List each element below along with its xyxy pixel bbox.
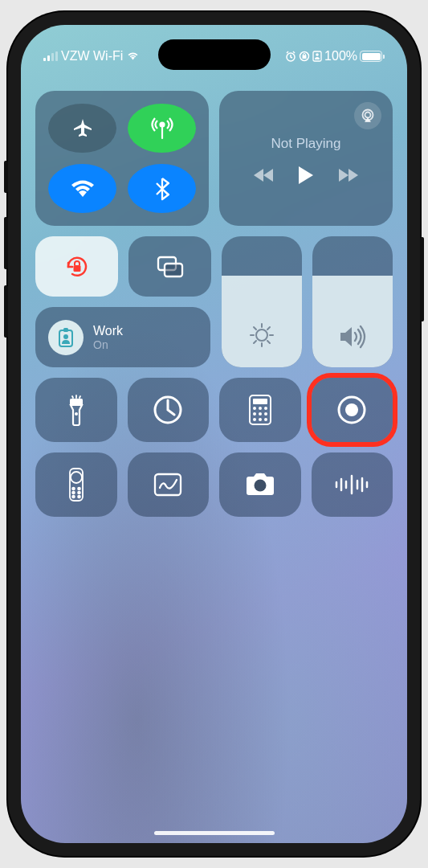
focus-icon-wrap	[48, 320, 84, 355]
battery-label: 100%	[324, 49, 357, 63]
volume-down-button	[4, 285, 8, 338]
airplay-icon	[360, 108, 376, 123]
svg-point-23	[264, 407, 267, 410]
svg-point-14	[63, 334, 68, 339]
svg-rect-13	[63, 328, 68, 332]
svg-point-31	[345, 403, 358, 416]
bluetooth-icon	[155, 177, 169, 201]
focus-status: On	[93, 338, 123, 351]
signal-icon	[43, 51, 58, 61]
home-indicator[interactable]	[154, 831, 275, 835]
focus-button[interactable]: Work On	[35, 307, 210, 367]
freeform-button[interactable]	[128, 452, 210, 517]
apple-tv-remote-button[interactable]	[35, 452, 117, 517]
rewind-button[interactable]	[252, 167, 275, 183]
play-button[interactable]	[297, 165, 315, 186]
svg-point-4	[316, 53, 319, 56]
power-button	[420, 237, 424, 321]
carrier-label: VZW Wi-Fi	[61, 49, 123, 63]
phone-frame: VZW Wi-Fi	[8, 12, 420, 856]
svg-point-39	[78, 496, 80, 498]
rotation-lock-icon	[62, 252, 92, 282]
orientation-lock-button[interactable]	[35, 236, 118, 297]
svg-point-38	[72, 496, 75, 498]
timer-icon	[152, 394, 184, 426]
focus-label: Work	[93, 324, 123, 338]
screen-mirroring-button[interactable]	[128, 236, 211, 297]
cellular-data-button[interactable]	[128, 104, 196, 153]
svg-point-41	[254, 480, 266, 492]
antenna-icon	[149, 115, 176, 142]
calculator-icon	[249, 395, 271, 425]
svg-rect-3	[313, 51, 321, 61]
svg-point-33	[71, 472, 82, 483]
camera-icon	[243, 472, 277, 497]
wifi-icon	[69, 178, 96, 199]
timer-button[interactable]	[128, 378, 210, 442]
airplane-mode-button[interactable]	[48, 104, 116, 153]
waveform-icon	[333, 473, 370, 496]
svg-rect-40	[155, 474, 181, 495]
battery-icon	[360, 51, 385, 62]
svg-point-25	[259, 412, 262, 416]
svg-point-27	[253, 418, 256, 421]
silent-switch	[4, 161, 8, 193]
svg-point-29	[264, 418, 267, 421]
svg-rect-11	[165, 264, 182, 276]
contact-icon	[312, 51, 322, 62]
wifi-button[interactable]	[48, 164, 116, 213]
mirroring-icon	[156, 255, 185, 279]
svg-rect-9	[73, 265, 80, 272]
flashlight-icon	[67, 394, 85, 426]
remote-icon	[68, 467, 84, 502]
record-icon	[336, 394, 368, 426]
connectivity-group[interactable]	[35, 91, 209, 226]
svg-point-28	[259, 418, 262, 421]
airplay-button[interactable]	[354, 102, 381, 129]
dynamic-island	[158, 39, 271, 70]
svg-point-37	[78, 492, 80, 494]
airplane-icon	[71, 117, 95, 141]
svg-rect-2	[303, 55, 306, 59]
freeform-icon	[153, 472, 183, 497]
camera-button[interactable]	[219, 452, 301, 517]
svg-point-5	[160, 122, 164, 126]
media-title: Not Playing	[271, 136, 341, 152]
voice-memos-button[interactable]	[312, 452, 393, 517]
svg-point-26	[264, 412, 267, 416]
speaker-icon	[338, 324, 367, 350]
svg-point-34	[72, 488, 75, 490]
bluetooth-button[interactable]	[128, 164, 196, 213]
svg-point-8	[365, 113, 371, 118]
svg-point-15	[256, 330, 267, 341]
screen-record-button[interactable]	[312, 378, 393, 442]
screen: VZW Wi-Fi	[21, 25, 407, 843]
volume-up-button	[4, 217, 8, 269]
svg-point-17	[75, 412, 78, 416]
svg-point-36	[72, 492, 75, 494]
calculator-button[interactable]	[219, 378, 301, 442]
svg-point-22	[259, 407, 262, 410]
brightness-slider[interactable]	[222, 236, 302, 367]
flashlight-button[interactable]	[35, 378, 117, 442]
svg-point-35	[78, 488, 80, 490]
svg-point-24	[253, 412, 256, 416]
svg-point-21	[253, 407, 256, 410]
svg-rect-20	[253, 399, 267, 404]
volume-slider[interactable]	[312, 236, 393, 367]
media-controls-tile[interactable]: Not Playing	[219, 91, 393, 226]
wifi-status-icon	[126, 51, 140, 61]
orientation-lock-icon	[299, 51, 310, 62]
badge-icon	[56, 326, 75, 349]
alarm-icon	[285, 51, 296, 62]
brightness-icon	[247, 321, 276, 350]
svg-rect-16	[70, 399, 83, 405]
forward-button[interactable]	[337, 167, 360, 183]
